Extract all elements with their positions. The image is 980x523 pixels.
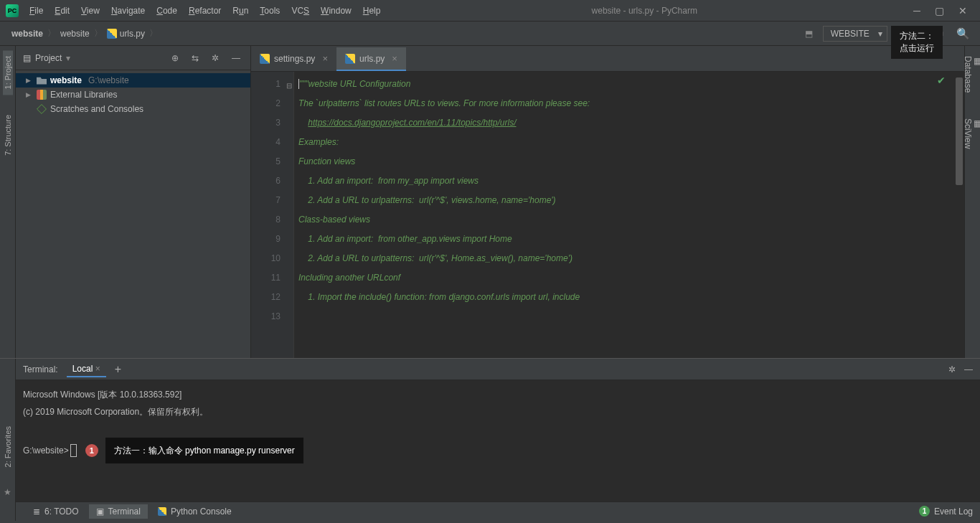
fold-icon[interactable]: ⊟ (286, 76, 292, 95)
hide-panel-icon[interactable]: — (229, 52, 243, 65)
project-panel-header: ▤ Project ▾ ⊕ ⇆ ✲ — (16, 46, 250, 70)
menu-window[interactable]: Window (316, 3, 357, 19)
expand-arrow-icon[interactable]: ▶ (26, 91, 33, 98)
menu-view[interactable]: View (76, 3, 105, 19)
dropdown-icon: ▾ (66, 53, 70, 63)
menu-vcs[interactable]: VCS (286, 3, 314, 19)
tab-python-console[interactable]: Python Console (151, 504, 239, 519)
close-icon[interactable]: × (95, 364, 100, 374)
tab-terminal[interactable]: ▣Terminal (89, 504, 148, 519)
tab-label: settings.py (274, 54, 315, 64)
editor-panel: settings.py × urls.py × ⊟ 12345678910111… (251, 46, 964, 358)
event-badge: 1 (919, 506, 930, 517)
bottom-tool-tabs: ≣6: TODO ▣Terminal Python Console 1 Even… (0, 501, 980, 520)
menu-edit[interactable]: Edit (50, 3, 75, 19)
code-editor[interactable]: ⊟ 12345678910111213 """website URL Confi… (251, 72, 964, 358)
close-button[interactable]: ✕ (958, 5, 967, 17)
annotation-callout-top: 方法二： 点击运行 (891, 26, 943, 59)
project-tool-window: ▤ Project ▾ ⊕ ⇆ ✲ — ▶ website G:\website… (16, 46, 251, 358)
locate-icon[interactable]: ⊕ (169, 52, 182, 65)
menu-refactor[interactable]: Refactor (184, 3, 226, 19)
main-area: 1: Project 7: Structure ▤ Project ▾ ⊕ ⇆ … (0, 46, 980, 358)
terminal-line: (c) 2019 Microsoft Corporation。保留所有权利。 (23, 403, 973, 420)
breadcrumb[interactable]: website 〉 website 〉 urls.py 〉 (7, 26, 164, 41)
titlebar: PC File Edit View Navigate Code Refactor… (0, 0, 980, 22)
terminal-label: Terminal: (23, 364, 58, 374)
breadcrumb-root[interactable]: website (11, 29, 43, 39)
project-panel-title[interactable]: ▤ Project ▾ (23, 53, 164, 63)
terminal-cursor (70, 444, 77, 457)
library-icon (37, 90, 47, 100)
inspection-ok-icon: ✔ (937, 75, 946, 86)
menu-navigate[interactable]: Navigate (106, 3, 150, 19)
status-bar: ▭ help make Material Theme UI better: We… (0, 520, 980, 523)
breadcrumb-folder[interactable]: website (60, 29, 90, 39)
scratches-icon (37, 104, 47, 114)
editor-tab-urls[interactable]: urls.py × (336, 47, 406, 71)
close-tab-icon[interactable]: × (322, 53, 328, 64)
event-log-button[interactable]: 1 Event Log (919, 506, 973, 517)
python-icon (158, 507, 166, 516)
tree-external-label: External Libraries (50, 90, 117, 100)
chevron-right-icon: 〉 (94, 27, 103, 39)
annotation-callout-terminal: 方法一：输入命令 python manage.py runserver (105, 438, 303, 463)
maximize-button[interactable]: ▢ (935, 5, 944, 17)
tree-scratches-label: Scratches and Consoles (50, 104, 143, 114)
editor-tab-settings[interactable]: settings.py × (251, 47, 336, 71)
tab-favorites[interactable]: 2: Favorites (3, 420, 13, 473)
close-tab-icon[interactable]: × (392, 53, 397, 64)
tree-scratches[interactable]: ▶ Scratches and Consoles (16, 102, 250, 116)
main-menu: File Edit View Navigate Code Refactor Ru… (24, 3, 385, 19)
chevron-right-icon: 〉 (47, 27, 56, 39)
toolbar-right: ⬒ WEBSITE ▶ 2 ■ 🔍 (802, 26, 973, 42)
new-terminal-button[interactable]: + (115, 363, 121, 376)
window-controls: ─ ▢ ✕ (903, 5, 977, 17)
python-icon (345, 54, 355, 64)
annotation-badge-1: 1 (85, 444, 98, 457)
terminal-tab-local[interactable]: Local × (67, 362, 106, 377)
callout-line1: 方法二： (900, 30, 934, 42)
right-tool-stripe: ▦Database ▦SciView (964, 46, 980, 358)
project-view-icon: ▤ (23, 53, 31, 63)
tab-database[interactable]: ▦Database (962, 50, 981, 98)
terminal-output[interactable]: Microsoft Windows [版本 10.0.18363.592] (c… (16, 380, 980, 501)
tree-root-label: website (50, 75, 82, 85)
tab-sciview[interactable]: ▦SciView (962, 113, 981, 154)
folder-icon (37, 75, 47, 85)
search-icon[interactable]: 🔍 (953, 26, 973, 42)
project-title-text: Project (35, 53, 62, 63)
terminal-header: Terminal: Local × + ✲ — (16, 359, 980, 380)
todo-icon: ≣ (33, 506, 40, 517)
collapse-icon[interactable]: ⇆ (189, 52, 202, 65)
python-icon (260, 54, 270, 64)
code-content[interactable]: """website URL ConfigurationThe `urlpatt… (294, 72, 964, 358)
terminal-tool-window: 2: Favorites ★ Terminal: Local × + ✲ — M… (0, 358, 980, 501)
breadcrumb-file[interactable]: urls.py (120, 29, 145, 39)
menu-code[interactable]: Code (151, 3, 182, 19)
tree-external-libs[interactable]: ▶ External Libraries (16, 88, 250, 102)
expand-arrow-icon[interactable]: ▶ (26, 77, 33, 84)
menu-tools[interactable]: Tools (255, 3, 285, 19)
line-number-gutter: ⊟ 12345678910111213 (251, 72, 294, 358)
run-config-label: WEBSITE (831, 29, 870, 39)
tree-root-path: G:\website (88, 75, 129, 85)
menu-run[interactable]: Run (227, 3, 253, 19)
tab-structure[interactable]: 7: Structure (3, 109, 13, 161)
tab-todo[interactable]: ≣6: TODO (26, 504, 86, 519)
window-title: website - urls.py - PyCharm (385, 6, 903, 16)
gear-icon[interactable]: ✲ (209, 52, 222, 65)
callout-text: 方法一：输入命令 python manage.py runserver (114, 442, 295, 459)
menu-file[interactable]: File (24, 3, 48, 19)
editor-tabs: settings.py × urls.py × (251, 46, 964, 72)
gear-icon[interactable]: ✲ (948, 364, 956, 374)
callout-line2: 点击运行 (900, 42, 934, 55)
build-icon[interactable]: ⬒ (802, 27, 816, 40)
minimize-button[interactable]: ─ (913, 5, 920, 17)
menu-help[interactable]: Help (358, 3, 386, 19)
tab-project[interactable]: 1: Project (3, 50, 13, 95)
run-config-selector[interactable]: WEBSITE (823, 26, 887, 42)
hide-panel-icon[interactable]: — (964, 364, 973, 374)
terminal-line: Microsoft Windows [版本 10.0.18363.592] (23, 386, 973, 403)
tree-root-website[interactable]: ▶ website G:\website (16, 73, 250, 88)
terminal-prompt-row[interactable]: G:\website> 1 方法一：输入命令 python manage.py … (23, 438, 973, 463)
